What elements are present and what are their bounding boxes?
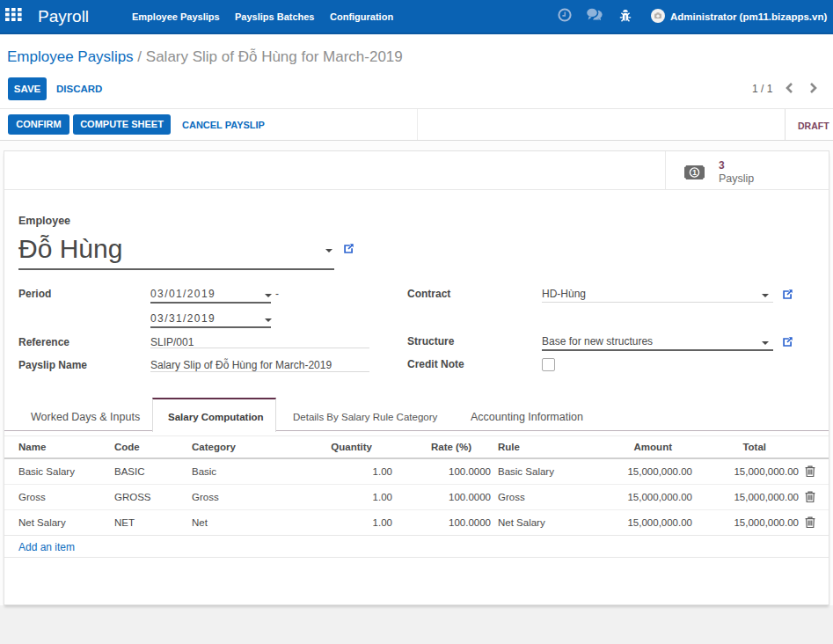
svg-text:1: 1	[692, 168, 697, 177]
